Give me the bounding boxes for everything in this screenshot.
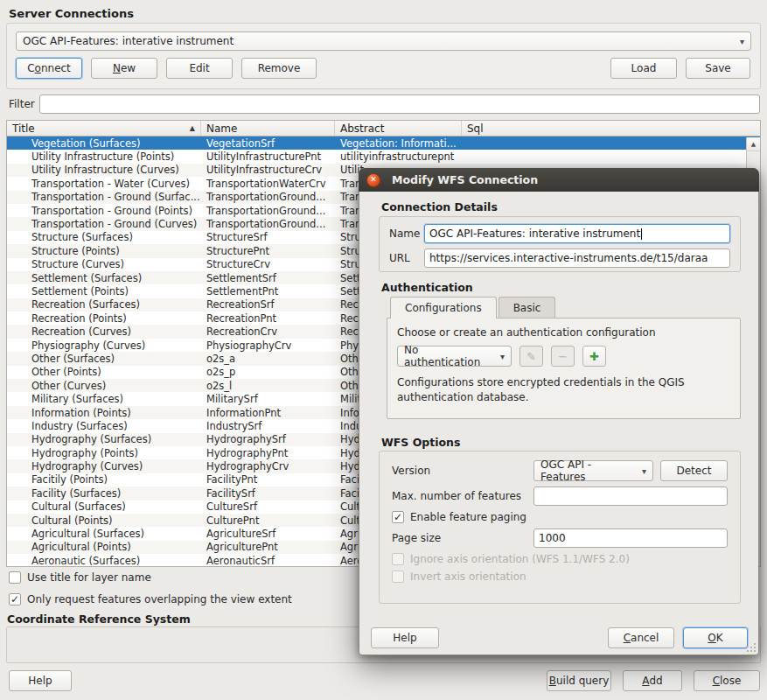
- cell-title: Transportation - Ground (Surfac...: [7, 191, 201, 203]
- cell-name: PhysiographyCrv: [201, 340, 335, 352]
- build-query-button[interactable]: Build query: [547, 670, 611, 691]
- dialog-titlebar[interactable]: ✕ Modify WFS Connection: [359, 168, 759, 192]
- use-title-checkbox[interactable]: ✓ Use title for layer name: [9, 571, 151, 584]
- window-close-button[interactable]: ✕: [366, 173, 380, 187]
- column-header-title[interactable]: Title ▲: [7, 121, 201, 136]
- add-auth-config-button[interactable]: ✚: [582, 346, 606, 367]
- table-row[interactable]: Vegetation (Surfaces)VegetationSrfVegeta…: [7, 136, 760, 150]
- dialog-title: Modify WFS Connection: [392, 173, 538, 186]
- cell-title: Hydrography (Points): [7, 447, 201, 459]
- scroll-up-icon[interactable]: ▲: [747, 137, 760, 151]
- checkbox-label: Enable feature paging: [410, 511, 526, 523]
- max-features-input[interactable]: [533, 486, 728, 506]
- only-overlapping-checkbox[interactable]: ✓ Only request features overlapping the …: [9, 593, 292, 606]
- cell-name: UtilityInfrastructureCrv: [201, 164, 335, 176]
- cell-title: Cultural (Points): [7, 514, 201, 527]
- checkbox-icon: ✓: [392, 511, 404, 523]
- edit-button[interactable]: Edit: [166, 58, 233, 79]
- connection-select[interactable]: OGC API-Features: interative instrument …: [16, 32, 751, 51]
- new-button[interactable]: New: [91, 58, 157, 79]
- cell-name: RecreationSrf: [201, 298, 335, 311]
- auth-config-select[interactable]: No authentication ▾: [397, 346, 512, 367]
- version-select[interactable]: OGC API - Features ▾: [533, 460, 653, 481]
- cell-title: Transportation - Water (Curves): [7, 178, 201, 190]
- checkbox-icon: ✓: [9, 593, 21, 606]
- cell-abstract: utilityinfrastructurepnt: [335, 150, 462, 163]
- page-size-input[interactable]: [533, 528, 728, 548]
- cell-name: AgricultureSrf: [201, 528, 335, 540]
- column-header-abstract[interactable]: Abstract: [335, 121, 462, 136]
- cell-name: RecreationCrv: [201, 326, 335, 338]
- cell-name: InformationPnt: [201, 407, 335, 419]
- cell-title: Agricultural (Surfaces): [7, 528, 201, 540]
- cell-name: o2s_a: [201, 353, 335, 365]
- url-field[interactable]: https://services.interactive-instruments…: [424, 248, 730, 268]
- save-button[interactable]: Save: [686, 58, 750, 79]
- cancel-button[interactable]: Cancel: [608, 627, 674, 648]
- max-features-label: Max. number of features: [392, 490, 533, 502]
- cell-name: CultureSrf: [201, 500, 335, 513]
- url-field-value: https://services.interactive-instruments…: [429, 252, 708, 264]
- cell-title: Agricultural (Points): [7, 541, 201, 553]
- connect-button[interactable]: Connect: [16, 58, 82, 79]
- cell-title: Structure (Curves): [7, 258, 201, 270]
- filter-label: Filter: [9, 98, 35, 110]
- add-button[interactable]: Add: [623, 670, 682, 691]
- resize-grip[interactable]: [746, 642, 757, 653]
- name-label: Name: [389, 228, 424, 240]
- column-label: Abstract: [340, 122, 384, 135]
- invert-axis-checkbox: Invert axis orientation: [392, 570, 526, 583]
- cell-name: HydrographySrf: [201, 433, 335, 445]
- ignore-axis-checkbox: Ignore axis orientation (WFS 1.1/WFS 2.0…: [392, 553, 630, 565]
- cell-name: StructurePnt: [201, 245, 335, 257]
- column-header-name[interactable]: Name: [201, 121, 335, 136]
- tab-configurations[interactable]: Configurations: [390, 297, 497, 318]
- auth-config-select-value: No authentication: [404, 344, 493, 368]
- modify-wfs-connection-dialog: ✕ Modify WFS Connection Connection Detai…: [359, 168, 759, 655]
- chevron-down-icon: ▾: [500, 352, 505, 361]
- cell-name: IndustrySrf: [201, 420, 335, 432]
- detect-button[interactable]: Detect: [660, 460, 728, 481]
- cell-title: Vegetation (Surfaces): [7, 137, 201, 150]
- pencil-icon: ✎: [526, 350, 536, 363]
- column-header-sql[interactable]: Sql: [462, 121, 760, 136]
- load-button[interactable]: Load: [610, 58, 677, 79]
- cell-name: HydrographyPnt: [201, 447, 335, 459]
- remove-auth-config-button[interactable]: −: [551, 346, 575, 367]
- connections-group: OGC API-Features: interative instrument …: [6, 23, 761, 89]
- column-label: Title: [12, 122, 35, 135]
- cell-name: TransportationGround...: [201, 205, 335, 217]
- tab-basic[interactable]: Basic: [499, 297, 556, 318]
- name-field[interactable]: OGC API-Features: interative instrument: [424, 224, 730, 243]
- connection-details-heading: Connection Details: [381, 200, 498, 214]
- table-row[interactable]: Utility Infrastructure (Points)UtilityIn…: [7, 150, 760, 163]
- cell-title: Other (Curves): [7, 380, 201, 392]
- chevron-down-icon: ▾: [740, 37, 744, 46]
- cell-name: TransportationGround...: [201, 218, 335, 230]
- cell-title: Cultural (Surfaces): [7, 500, 201, 513]
- chevron-down-icon: ▾: [642, 466, 646, 476]
- help-button[interactable]: Help: [9, 670, 72, 691]
- close-button[interactable]: Close: [694, 670, 760, 691]
- cell-title: Other (Surfaces): [7, 353, 201, 365]
- auth-choose-label: Choose or create an authentication confi…: [397, 326, 730, 339]
- cell-name: VegetationSrf: [201, 137, 335, 150]
- ok-button[interactable]: OK: [683, 627, 748, 648]
- name-field-value: OGC API-Features: interative instrument: [429, 228, 640, 240]
- authentication-heading: Authentication: [381, 281, 473, 294]
- dialog-help-button[interactable]: Help: [371, 627, 439, 648]
- cell-name: UtilityInfrastructurePnt: [201, 150, 335, 163]
- auth-tab-panel: Choose or create an authentication confi…: [387, 318, 741, 419]
- cell-name: FacilityPnt: [201, 473, 335, 486]
- edit-auth-config-button[interactable]: ✎: [519, 346, 543, 367]
- filter-input[interactable]: [39, 94, 760, 114]
- check-icon: ✓: [10, 594, 19, 605]
- connection-select-value: OGC API-Features: interative instrument: [23, 35, 234, 47]
- page-size-label: Page size: [392, 532, 533, 544]
- wfs-options-group: Version OGC API - Features ▾ Detect Max.…: [379, 451, 741, 604]
- cell-name: AgriculturePnt: [201, 541, 335, 553]
- cell-name: StructureCrv: [201, 258, 335, 270]
- enable-paging-checkbox[interactable]: ✓ Enable feature paging: [392, 511, 526, 523]
- checkbox-icon: [392, 553, 404, 565]
- remove-button[interactable]: Remove: [241, 58, 317, 79]
